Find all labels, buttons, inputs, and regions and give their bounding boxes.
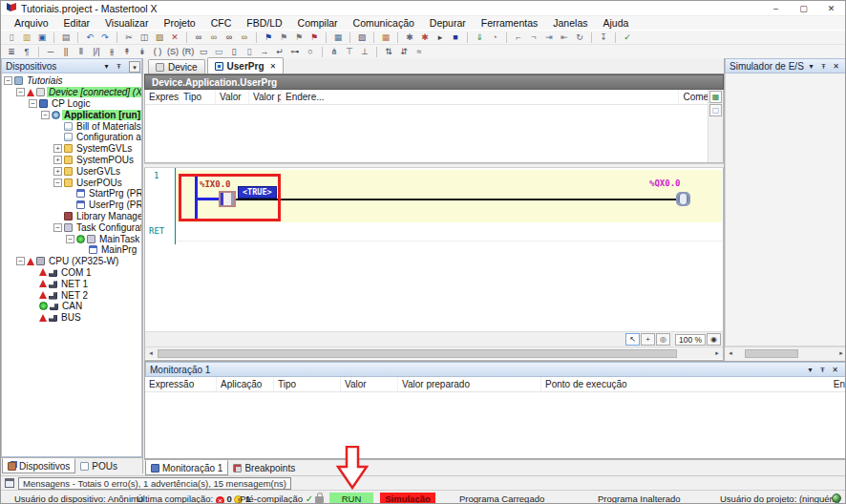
zoom-tool-button[interactable]: ◎ — [656, 333, 670, 346]
panel-close-icon[interactable]: ✕ — [829, 366, 841, 374]
next-bookmark-icon[interactable]: ⚑ — [276, 32, 291, 44]
insert-falling-edge-icon[interactable]: ↡ — [135, 46, 150, 58]
maximize-button[interactable]: ▢ — [790, 1, 817, 16]
menu-editar[interactable]: Editar — [56, 17, 97, 29]
insert-empty-box-icon[interactable]: ▯ — [226, 46, 242, 58]
toolbar-separator[interactable] — [182, 32, 187, 43]
breakpoint-list-icon[interactable]: ¬ — [526, 32, 541, 44]
refresh-icon[interactable]: ↻ — [572, 32, 587, 44]
panel-dropdown-icon[interactable]: ▾ — [804, 366, 816, 374]
column-ponto-execucao[interactable]: Ponto de execução — [541, 377, 830, 391]
tree-expander[interactable] — [53, 133, 62, 141]
close-button[interactable]: ✕ — [817, 1, 845, 16]
tree-expander[interactable]: + — [53, 144, 62, 153]
column-expressao[interactable]: Expressão — [145, 377, 217, 391]
clear-bookmarks-icon[interactable]: ⚑ — [307, 32, 322, 44]
copy-icon[interactable]: ◫ — [137, 32, 152, 44]
scroll-left-icon[interactable]: ◂ — [145, 349, 157, 357]
tree-expander[interactable] — [53, 122, 62, 131]
insert-return-icon[interactable]: ↵ — [272, 46, 287, 58]
messages-summary[interactable]: Mensagens - Totais 0 erro(s), 1 advertên… — [18, 477, 291, 490]
panel-pin-icon[interactable]: Ŧ — [817, 62, 830, 71]
panel-close-icon[interactable]: ✕ — [830, 62, 842, 71]
tree-expander[interactable] — [29, 268, 37, 277]
insert-coil-icon[interactable]: ( ) — [150, 46, 165, 58]
insert-reset-coil-icon[interactable]: (R) — [180, 46, 196, 58]
tree-item-cp-logic[interactable]: − CP Logic — [2, 98, 141, 110]
toolbar-separator[interactable] — [113, 32, 117, 43]
insert-box-en-icon[interactable]: ▭ — [211, 46, 226, 58]
bookmark-icon[interactable]: ⚑ — [261, 32, 276, 44]
panel-dropdown-icon[interactable]: ▾ — [805, 62, 817, 71]
tree-item-cpu[interactable]: − CPU (XP325-W) — [2, 256, 141, 267]
fit-page-button[interactable]: ◉ — [707, 333, 721, 346]
negate-icon[interactable]: ○ — [303, 46, 318, 58]
insert-set-coil-icon[interactable]: (S) — [165, 46, 180, 58]
tab-device[interactable]: Device — [148, 59, 205, 74]
toolbar-separator[interactable] — [346, 32, 350, 43]
toolbar-separator[interactable] — [322, 32, 327, 43]
declaration-view-button[interactable]: ▢ — [709, 104, 722, 116]
tree-expander[interactable]: − — [41, 111, 50, 119]
online-config-icon[interactable]: ◔ — [487, 32, 502, 44]
step-icon[interactable]: ↧ — [596, 32, 611, 44]
column-valor-preparado[interactable]: Valor p... — [249, 90, 282, 104]
menu-projeto[interactable]: Projeto — [156, 17, 202, 29]
tree-expander[interactable]: + — [53, 167, 62, 176]
insert-parallel-contact-icon[interactable]: ⫴ — [74, 46, 89, 58]
branch-above-icon[interactable]: ⊤ — [342, 46, 357, 58]
build-icon[interactable]: ▦ — [378, 32, 393, 44]
watch-window-icon[interactable]: ⌐ — [511, 32, 526, 44]
tree-item-library-manager[interactable]: Library Manager — [2, 211, 141, 222]
menu-compilar[interactable]: Compilar — [290, 17, 346, 29]
column-valor[interactable]: Valor — [216, 90, 249, 104]
toolbar-separator[interactable] — [252, 32, 257, 43]
new-file-icon[interactable]: ▯ — [4, 32, 19, 44]
toolbar-separator[interactable] — [502, 32, 507, 43]
run-icon[interactable]: ▸ — [433, 32, 448, 44]
tab-monitoracao-1[interactable]: Monitoração 1 — [145, 460, 228, 475]
tree-item-bus[interactable]: BUS — [2, 312, 141, 324]
paste-icon[interactable]: ▨ — [152, 32, 167, 44]
rebuild-icon[interactable]: ✱ — [417, 32, 433, 44]
compile-icon[interactable]: ✱ — [402, 32, 417, 44]
tab-breakpoints[interactable]: Breakpoints — [228, 461, 300, 475]
column-valor[interactable]: Valor — [341, 377, 398, 391]
toolbar-separator[interactable] — [74, 32, 78, 43]
tree-item-net1[interactable]: NET 1 — [2, 278, 141, 289]
tree-expander[interactable]: − — [66, 235, 74, 243]
tree-expander[interactable] — [66, 189, 74, 198]
set-reset-toggle-icon[interactable]: ⇵ — [396, 46, 412, 58]
zoom-level-select[interactable]: 100 % — [675, 334, 706, 346]
edge-toggle-icon[interactable]: ⇅ — [381, 46, 396, 58]
tree-expander[interactable]: − — [16, 257, 25, 265]
tree-item-bill-of-materials[interactable]: Bill of Materials — [2, 120, 141, 132]
delete-icon[interactable]: ✕ — [167, 32, 182, 44]
tree-item-can[interactable]: CAN — [2, 301, 141, 312]
insert-input-icon[interactable]: ⊶ — [287, 46, 303, 58]
scroll-right-icon[interactable]: ▸ — [711, 349, 723, 357]
logout-device-icon[interactable]: ⇤ — [557, 32, 572, 44]
tree-expander[interactable] — [29, 291, 37, 300]
column-expressao[interactable]: Expressão — [145, 90, 180, 104]
insert-comment-icon[interactable]: ¶ — [19, 46, 34, 58]
close-tab-icon[interactable]: ✕ — [269, 62, 276, 71]
tree-item-tutoriais[interactable]: − Tutoriais — [2, 75, 141, 87]
insert-contact-icon[interactable]: || — [58, 46, 74, 58]
branch-below-icon[interactable]: ⊥ — [357, 46, 372, 58]
toolbar-separator[interactable] — [587, 32, 592, 43]
menu-ferramentas[interactable]: Ferramentas — [474, 17, 546, 29]
tree-item-usergvls[interactable]: + UserGVLs — [2, 165, 141, 177]
find-next-icon[interactable]: ∞ — [206, 32, 222, 44]
editor-horizontal-scrollbar[interactable]: ◂ ▸ — [145, 346, 723, 359]
tree-expander[interactable]: − — [53, 223, 62, 232]
column-valor-preparado[interactable]: Valor preparado — [398, 377, 541, 391]
tab-pous[interactable]: POUs — [75, 459, 122, 473]
update-parameters-icon[interactable]: ≈ — [412, 46, 427, 58]
tree-expander[interactable]: − — [53, 178, 62, 187]
insert-empty-box-en-icon[interactable]: ▯ — [242, 46, 257, 58]
column-tipo[interactable]: Tipo — [274, 377, 341, 391]
column-endereco[interactable]: En — [830, 377, 846, 391]
tree-item-task-configuration[interactable]: − Task Configuration — [2, 221, 141, 233]
insert-jump-icon[interactable]: → — [257, 46, 272, 58]
